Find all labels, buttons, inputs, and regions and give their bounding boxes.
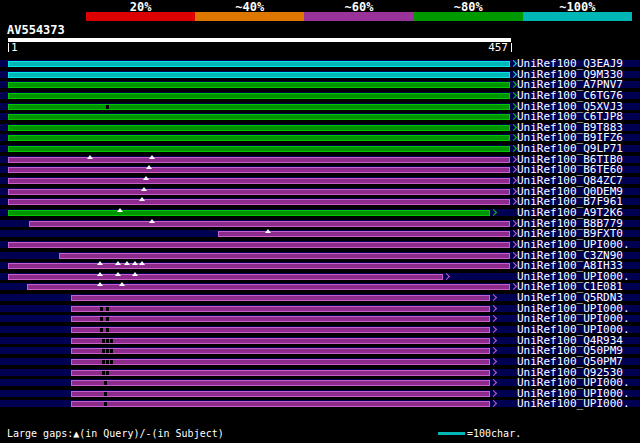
hit-bar[interactable]	[8, 210, 490, 216]
subject-gap-dash	[102, 339, 105, 343]
hit-bar[interactable]	[8, 189, 510, 195]
subject-gap-dash	[106, 328, 109, 332]
subject-gap-dash	[100, 328, 103, 332]
subject-gap-dash	[106, 339, 109, 343]
hit-bar[interactable]	[8, 242, 510, 248]
query-gap-marker	[143, 176, 149, 180]
hit-bar[interactable]	[29, 221, 510, 227]
query-gap-marker	[149, 219, 155, 223]
hit-bar[interactable]	[8, 135, 510, 141]
query-gap-marker	[265, 229, 271, 233]
subject-gap-dash	[104, 402, 107, 406]
subject-gap-dash	[106, 307, 109, 311]
legend-unit-text: =100char.	[467, 428, 521, 439]
subject-gap-dash	[106, 360, 109, 364]
alignment-rows: UniRef100_Q3EAJ9UniRef100_Q9M330UniRef10…	[0, 0, 640, 443]
query-gap-marker	[139, 261, 145, 265]
query-gap-marker	[87, 155, 93, 159]
query-gap-marker	[117, 208, 123, 212]
query-gap-marker	[149, 155, 155, 159]
subject-gap-dash	[102, 349, 105, 353]
query-gap-marker	[119, 282, 125, 286]
subject-gap-dash	[106, 349, 109, 353]
hit-bar[interactable]	[8, 93, 510, 99]
subject-gap-dash	[102, 360, 105, 364]
hit-bar[interactable]	[71, 338, 491, 344]
query-gap-marker	[132, 272, 138, 276]
query-gap-marker	[146, 165, 152, 169]
query-gap-marker	[97, 261, 103, 265]
hit-bar[interactable]	[8, 157, 510, 163]
hit-bar[interactable]	[8, 104, 510, 110]
hit-bar[interactable]	[8, 114, 510, 120]
hit-bar[interactable]	[8, 178, 510, 184]
subject-gap-dash	[110, 339, 113, 343]
query-gap-marker	[115, 261, 121, 265]
hit-bar[interactable]	[71, 391, 491, 397]
hit-bar[interactable]	[71, 401, 491, 407]
hit-bar[interactable]	[71, 359, 491, 365]
hit-bar[interactable]	[8, 199, 510, 205]
hit-bar[interactable]	[71, 327, 491, 333]
hit-bar[interactable]	[8, 61, 510, 67]
hit-bar[interactable]	[8, 274, 443, 280]
hit-bar[interactable]	[71, 370, 491, 376]
legend-gaps-text: Large gaps:▲(in Query)/-(in Subject)	[7, 428, 224, 439]
hit-bar[interactable]	[71, 380, 491, 386]
query-gap-marker	[115, 272, 121, 276]
hit-bar[interactable]	[71, 348, 491, 354]
hit-bar[interactable]	[8, 72, 510, 78]
hit-bar[interactable]	[8, 167, 510, 173]
subject-gap-dash	[100, 317, 103, 321]
hit-bar[interactable]	[8, 146, 510, 152]
subject-gap-dash	[110, 360, 113, 364]
legend-scale-line	[438, 432, 465, 435]
subject-gap-dash	[106, 317, 109, 321]
hit-bar[interactable]	[218, 231, 510, 237]
blast-overview: 20%~40%~60%~80%~100% AV554373 1 457 UniR…	[0, 0, 640, 443]
query-gap-marker	[97, 272, 103, 276]
query-gap-marker	[139, 197, 145, 201]
subject-gap-dash	[104, 392, 107, 396]
hit-label[interactable]: UniRef100_UPI000.	[517, 398, 630, 409]
hit-bar[interactable]	[8, 82, 510, 88]
subject-gap-dash	[104, 381, 107, 385]
hit-bar[interactable]	[71, 295, 491, 301]
hit-bar[interactable]	[8, 125, 510, 131]
hit-bar[interactable]	[71, 306, 491, 312]
subject-gap-dash	[106, 371, 109, 375]
subject-gap-dash	[102, 371, 105, 375]
query-gap-marker	[132, 261, 138, 265]
subject-gap-dash	[100, 307, 103, 311]
hit-bar[interactable]	[8, 263, 510, 269]
hit-bar[interactable]	[59, 253, 511, 259]
hit-bar[interactable]	[71, 316, 491, 322]
query-gap-marker	[141, 187, 147, 191]
alignment-row: UniRef100_UPI000.	[0, 398, 640, 409]
query-gap-marker	[124, 261, 130, 265]
subject-gap-dash	[106, 105, 109, 109]
subject-gap-dash	[110, 349, 113, 353]
query-gap-marker	[97, 282, 103, 286]
